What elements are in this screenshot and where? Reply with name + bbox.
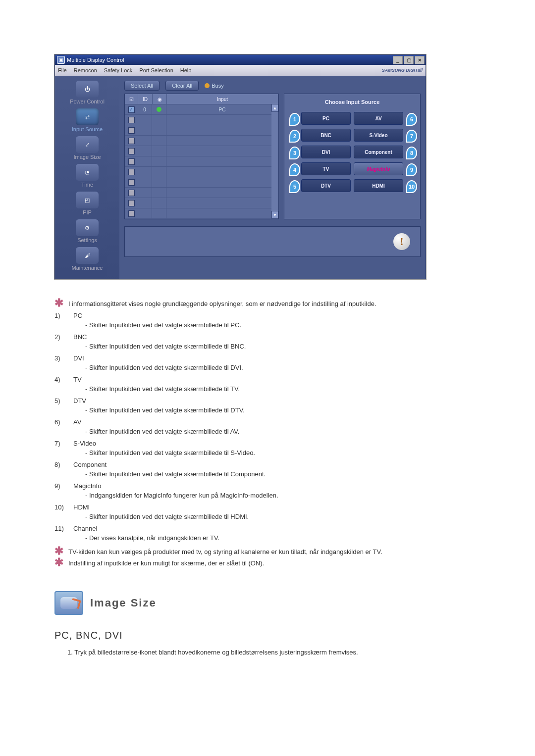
info-icon[interactable]: ! (393, 233, 410, 250)
intro-text: I informationsgitteret vises nogle grund… (68, 299, 376, 309)
close-button[interactable]: ✕ (415, 56, 425, 64)
callout-10: 10 (406, 180, 417, 193)
grid-header-status: ◉ (153, 94, 167, 104)
item-number: 8) (54, 460, 66, 470)
table-row[interactable] (125, 167, 278, 177)
minimize-button[interactable]: _ (393, 56, 403, 64)
row-checkbox[interactable] (128, 138, 135, 144)
input-source-panel: Choose Input Source 1 PC AV 6 2 BNC S-Vi… (284, 94, 421, 219)
app-icon: ▣ (57, 56, 65, 64)
row-checkbox[interactable] (128, 169, 135, 175)
item-number: 6) (54, 417, 66, 427)
grid-header-check[interactable]: ☑ (125, 94, 138, 104)
sidebar: ⏻ Power Control ⇄ Input Source ⤢ Image S… (55, 76, 119, 279)
row-checkbox[interactable] (128, 158, 135, 165)
item-description: - Skifter Inputkilden ved det valgte skæ… (85, 405, 481, 415)
source-hdmi-button[interactable]: HDMI (354, 179, 403, 192)
table-row[interactable]: ✓ 0 PC (125, 104, 278, 115)
sidebar-item-input-source[interactable]: ⇄ Input Source (60, 108, 114, 135)
menu-help[interactable]: Help (180, 67, 192, 73)
sidebar-item-pip[interactable]: ◰ PIP (60, 192, 114, 218)
busy-dot-icon (205, 83, 210, 88)
source-dvi-button[interactable]: DVI (301, 146, 351, 158)
grid-scrollbar[interactable]: ▲ ▼ (271, 104, 278, 219)
table-row[interactable] (125, 208, 278, 219)
source-dtv-button[interactable]: DTV (301, 179, 351, 192)
source-bnc-button[interactable]: BNC (301, 129, 351, 142)
image-size-section-icon (54, 591, 83, 615)
table-row[interactable] (125, 125, 278, 136)
sidebar-item-label: Input Source (72, 126, 103, 132)
source-magicinfo-button[interactable]: MagicInfo (354, 162, 403, 175)
sidebar-item-time[interactable]: ◔ Time (60, 164, 114, 191)
clear-all-button[interactable]: Clear All (165, 81, 199, 91)
select-all-button[interactable]: Select All (124, 81, 160, 91)
item-title: DTV (73, 396, 86, 406)
table-row[interactable] (125, 146, 278, 156)
item-title: AV (73, 417, 81, 427)
list-item: 6)AV (54, 417, 481, 427)
row-checkbox[interactable] (128, 127, 135, 134)
menu-file[interactable]: File (58, 67, 67, 73)
scroll-down-icon[interactable]: ▼ (271, 211, 278, 219)
status-dot-icon (157, 107, 161, 112)
busy-indicator: Busy (205, 83, 223, 89)
item-title: S-Video (73, 439, 96, 449)
list-item: 11)Channel (54, 524, 481, 534)
table-row[interactable] (125, 198, 278, 208)
sidebar-item-power-control[interactable]: ⏻ Power Control (60, 81, 114, 107)
item-description: - Der vises kanalpile, når indgangskilde… (85, 533, 481, 543)
list-item: 10)HDMI (54, 503, 481, 512)
table-row[interactable] (125, 188, 278, 198)
list-item: 4)TV (54, 375, 481, 385)
maximize-button[interactable]: ▢ (404, 56, 414, 64)
source-svideo-button[interactable]: S-Video (354, 129, 403, 142)
table-row[interactable] (125, 177, 278, 188)
item-number: 11) (54, 524, 66, 534)
sidebar-item-settings[interactable]: ⚙ Settings (60, 219, 114, 246)
section-title: Image Size (90, 595, 157, 611)
menu-safety-lock[interactable]: Safety Lock (104, 67, 132, 73)
sidebar-item-label: PIP (83, 209, 92, 215)
callout-3: 3 (289, 147, 300, 159)
sidebar-item-label: Time (81, 182, 93, 188)
item-title: Channel (73, 524, 97, 534)
source-tv-button[interactable]: TV (301, 162, 351, 175)
callout-7: 7 (406, 130, 417, 143)
star-icon: ✱ (54, 547, 63, 555)
table-row[interactable] (125, 156, 278, 167)
item-title: PC (73, 311, 82, 321)
row-checkbox[interactable] (128, 148, 135, 154)
row-checkbox[interactable] (128, 190, 135, 196)
callout-2: 2 (289, 130, 300, 143)
source-av-button[interactable]: AV (354, 112, 403, 125)
item-title: MagicInfo (73, 481, 101, 491)
item-description: - Indgangskilden for MagicInfo fungerer … (85, 491, 481, 501)
row-checkbox[interactable] (128, 117, 135, 123)
panel-title: Choose Input Source (289, 99, 415, 105)
sidebar-item-image-size[interactable]: ⤢ Image Size (60, 136, 114, 163)
sidebar-item-label: Image Size (73, 154, 101, 160)
brand-label: SAMSUNG DIGITall (382, 68, 423, 73)
source-component-button[interactable]: Component (354, 146, 403, 158)
row-checkbox[interactable]: ✓ (128, 106, 135, 113)
row-checkbox[interactable] (128, 179, 135, 186)
sidebar-item-maintenance[interactable]: 🖌 Maintenance (60, 247, 114, 274)
item-description: - Skifter Inputkilden ved det valgte skæ… (85, 320, 481, 330)
callout-4: 4 (289, 163, 300, 176)
table-row[interactable] (125, 115, 278, 125)
item-description: - Skifter Inputkilden ved det valgte skæ… (85, 512, 481, 522)
table-row[interactable] (125, 136, 278, 146)
section-head: Image Size (54, 591, 481, 615)
menu-port-selection[interactable]: Port Selection (139, 67, 173, 73)
menu-remocon[interactable]: Remocon (74, 67, 97, 73)
scroll-up-icon[interactable]: ▲ (271, 104, 278, 112)
titlebar: ▣ Multiple Display Control _ ▢ ✕ (55, 55, 426, 65)
star-icon: ✱ (54, 299, 63, 307)
row-checkbox[interactable] (128, 200, 135, 206)
item-number: 5) (54, 396, 66, 406)
pip-icon: ◰ (76, 192, 99, 208)
source-pc-button[interactable]: PC (301, 112, 351, 125)
note-text: TV-kilden kan kun vælges på produkter me… (68, 547, 382, 557)
row-checkbox[interactable] (128, 210, 135, 217)
